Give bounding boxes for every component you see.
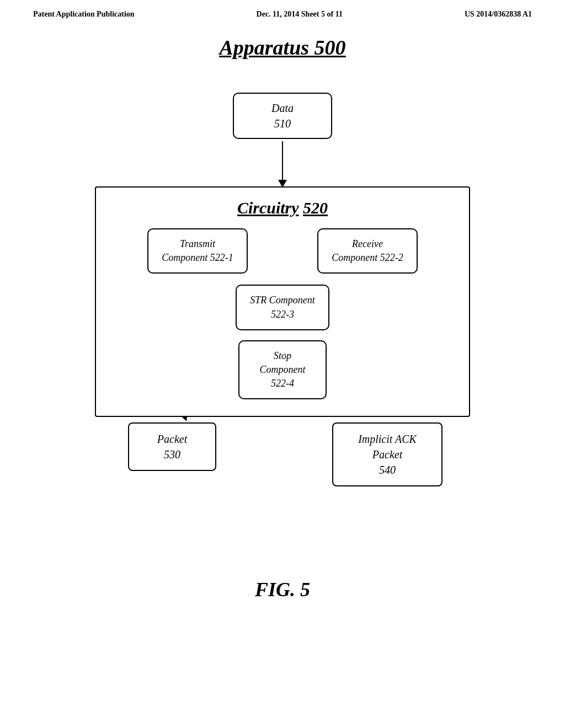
implicit-ack-box: Implicit ACK Packet 540 bbox=[332, 422, 443, 486]
header-left: Patent Application Publication bbox=[33, 10, 135, 19]
header-right: US 2014/0362838 A1 bbox=[465, 10, 532, 19]
packet-box: Packet 530 bbox=[128, 422, 216, 471]
top-components-row: Transmit Component 522-1 Receive Compone… bbox=[113, 228, 452, 274]
header-center: Dec. 11, 2014 Sheet 5 of 11 bbox=[257, 10, 343, 19]
str-component-box: STR Component 522-3 bbox=[236, 285, 329, 330]
stop-component-box: Stop Component 522-4 bbox=[238, 340, 327, 400]
center-components: STR Component 522-3 Stop Component 522-4 bbox=[113, 285, 452, 399]
circuitry-title: Circuitry 520 bbox=[113, 199, 452, 217]
page-content: Apparatus 500 Data 510 bbox=[0, 19, 565, 601]
data-line1: Data bbox=[250, 100, 315, 116]
transmit-component-box: Transmit Component 522-1 bbox=[147, 228, 248, 274]
circuitry-box: Circuitry 520 Transmit Component 522-1 R… bbox=[95, 186, 470, 417]
apparatus-title: Apparatus 500 bbox=[219, 35, 345, 60]
page-header: Patent Application Publication Dec. 11, … bbox=[0, 0, 565, 19]
diagram-wrapper: Data 510 Circuitry 520 Transmit Componen… bbox=[62, 76, 503, 556]
fig-label: FIG. 5 bbox=[255, 578, 310, 601]
data-box: Data 510 bbox=[233, 93, 332, 139]
receive-component-box: Receive Component 522-2 bbox=[317, 228, 418, 274]
data-line2: 510 bbox=[250, 116, 315, 131]
